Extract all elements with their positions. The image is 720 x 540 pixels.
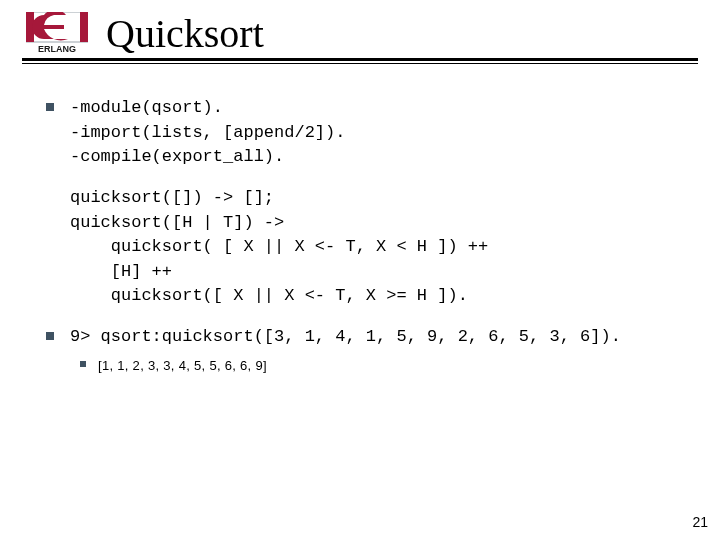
code-module-directives: -module(qsort). -import(lists, [append/2…: [70, 96, 692, 170]
page-number: 21: [692, 514, 708, 530]
code-shell-call: 9> qsort:quicksort([3, 1, 4, 1, 5, 9, 2,…: [70, 325, 692, 350]
bullet-shell-call: 9> qsort:quicksort([3, 1, 4, 1, 5, 9, 2,…: [40, 325, 692, 374]
svg-text:ERLANG: ERLANG: [38, 44, 76, 54]
title-rule-thin: [22, 63, 698, 64]
slide-title: Quicksort: [106, 10, 264, 57]
slide-content: -module(qsort). -import(lists, [append/2…: [40, 96, 692, 390]
bullet-module-directives: -module(qsort). -import(lists, [append/2…: [40, 96, 692, 170]
title-rule-thick: [22, 58, 698, 61]
erlang-logo: ERLANG: [26, 12, 88, 54]
bullet-shell-result: [1, 1, 2, 3, 3, 4, 5, 5, 6, 6, 9]: [70, 356, 692, 374]
header: ERLANG Quicksort: [0, 0, 720, 60]
svg-rect-2: [80, 12, 88, 42]
code-function-body: quicksort([]) -> []; quicksort([H | T]) …: [70, 186, 692, 309]
text-shell-result: [1, 1, 2, 3, 3, 4, 5, 5, 6, 6, 9]: [98, 358, 267, 373]
